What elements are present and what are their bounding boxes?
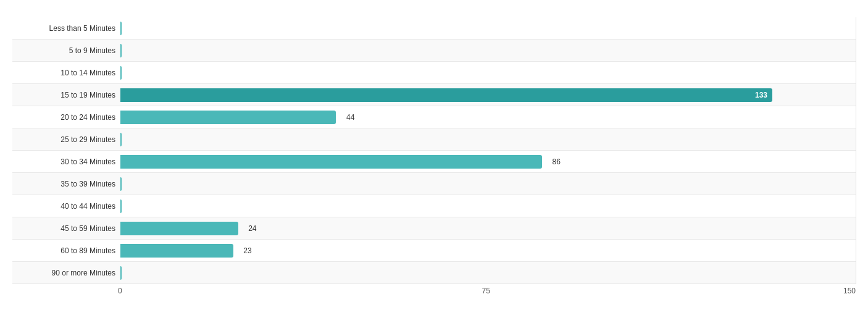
bar-value: 24 [248, 224, 256, 233]
bar-value: 23 [243, 246, 251, 255]
bar-section [120, 173, 856, 195]
row-label: 60 to 89 Minutes [12, 246, 120, 255]
table-row: 20 to 24 Minutes44 [12, 106, 856, 128]
chart-container: Less than 5 Minutes5 to 9 Minutes10 to 1… [0, 0, 868, 323]
bar-section [120, 40, 856, 61]
table-row: 5 to 9 Minutes [12, 40, 856, 62]
bar-section: 86 [120, 151, 856, 172]
table-row: 15 to 19 Minutes133 [12, 84, 856, 106]
row-label: 45 to 59 Minutes [12, 224, 120, 233]
table-row: 35 to 39 Minutes [12, 173, 856, 195]
row-label: Less than 5 Minutes [12, 24, 120, 33]
row-label: 15 to 19 Minutes [12, 91, 120, 99]
bar [120, 44, 122, 57]
bar [120, 266, 122, 280]
row-label: 40 to 44 Minutes [12, 202, 120, 211]
row-label: 30 to 34 Minutes [12, 157, 120, 166]
grid-line [856, 17, 856, 284]
bar [120, 133, 122, 146]
bar-section: 24 [120, 217, 856, 239]
bar-section: 44 [120, 106, 856, 128]
bar [120, 199, 122, 213]
x-axis: 075150 [120, 284, 856, 301]
chart-body: Less than 5 Minutes5 to 9 Minutes10 to 1… [12, 17, 856, 284]
bar: 24 [120, 222, 238, 235]
bar-value: 86 [552, 157, 560, 166]
table-row: 40 to 44 Minutes [12, 195, 856, 217]
table-row: Less than 5 Minutes [12, 17, 856, 40]
table-row: 45 to 59 Minutes24 [12, 217, 856, 240]
bar: 23 [120, 244, 233, 258]
table-row: 90 or more Minutes [12, 262, 856, 284]
row-label: 20 to 24 Minutes [12, 113, 120, 122]
bar-value: 133 [755, 91, 767, 99]
row-label: 10 to 14 Minutes [12, 69, 120, 77]
bar-section [120, 62, 856, 83]
bar [120, 177, 122, 191]
x-axis-label: 0 [118, 287, 122, 295]
row-label: 5 to 9 Minutes [12, 46, 120, 55]
bar-section [120, 262, 856, 283]
row-label: 35 to 39 Minutes [12, 180, 120, 188]
bars-wrapper: Less than 5 Minutes5 to 9 Minutes10 to 1… [12, 17, 856, 284]
table-row: 25 to 29 Minutes [12, 128, 856, 151]
bar-section: 23 [120, 240, 856, 261]
bar: 44 [120, 111, 336, 124]
bar-section: 133 [120, 84, 856, 106]
bar-section [120, 17, 856, 39]
row-label: 25 to 29 Minutes [12, 135, 120, 144]
x-axis-label: 75 [482, 287, 490, 295]
table-row: 30 to 34 Minutes86 [12, 151, 856, 173]
row-label: 90 or more Minutes [12, 269, 120, 277]
bar [120, 66, 122, 80]
bar [120, 22, 122, 35]
x-axis-label: 150 [843, 287, 856, 295]
bar: 86 [120, 155, 542, 169]
table-row: 60 to 89 Minutes23 [12, 240, 856, 262]
table-row: 10 to 14 Minutes [12, 62, 856, 84]
bar-value: 44 [346, 113, 354, 122]
bar-section [120, 195, 856, 217]
bar-section [120, 128, 856, 150]
bar: 133 [120, 88, 772, 102]
